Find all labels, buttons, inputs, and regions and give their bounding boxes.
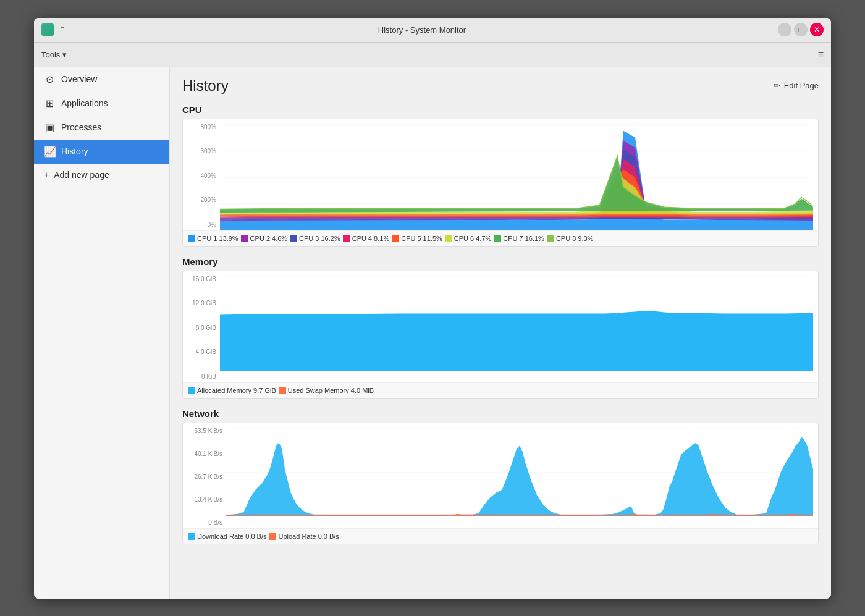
network-chart-area: 53.5 KiB/s 40.1 KiB/s 26.7 KiB/s 13.4 Ki… xyxy=(183,423,818,528)
hamburger-menu-icon[interactable]: ≡ xyxy=(818,49,824,60)
memory-section-title: Memory xyxy=(182,256,819,267)
sidebar-item-label-processes: Processes xyxy=(61,122,101,132)
cpu6-legend: CPU 6 4.7% xyxy=(445,235,491,242)
main-window: ⌃ History - System Monitor — □ ✕ Tools ▾… xyxy=(34,18,831,599)
cpu7-value: 16.1% xyxy=(525,235,544,242)
net-y1: 13.4 KiB/s xyxy=(185,497,222,503)
swap-memory-color xyxy=(279,387,286,394)
allocated-memory-legend: Allocated Memory 9.7 GiB xyxy=(188,387,276,394)
tools-menu[interactable]: Tools ▾ xyxy=(41,50,67,59)
network-chart-container: 53.5 KiB/s 40.1 KiB/s 26.7 KiB/s 13.4 Ki… xyxy=(182,423,819,544)
add-new-page-button[interactable]: + Add new page xyxy=(34,164,169,186)
svg-marker-23 xyxy=(226,437,813,516)
mem-y0: 0 KiB xyxy=(185,374,216,380)
network-legend: Download Rate 0.0 B/s Upload Rate 0.0 B/… xyxy=(183,528,818,544)
titlebar: ⌃ History - System Monitor — □ ✕ xyxy=(34,18,831,43)
cpu3-legend: CPU 3 16.2% xyxy=(290,235,340,242)
svg-marker-10 xyxy=(220,167,813,214)
tools-arrow-icon: ▾ xyxy=(62,50,67,59)
sidebar-item-label-history: History xyxy=(61,146,88,156)
cpu-chart-container: 800% 600% 400% 200% 0% xyxy=(182,119,819,247)
mem-y3: 12.0 GiB xyxy=(185,300,216,306)
memory-chart-area: 16.0 GiB 12.0 GiB 8.0 GiB 4.0 GiB 0 KiB xyxy=(183,271,818,382)
cpu-yaxis: 800% 600% 400% 200% 0% xyxy=(183,119,219,230)
cpu8-label: CPU 8 xyxy=(556,235,576,242)
cpu2-label: CPU 2 xyxy=(250,235,270,242)
sidebar-item-label-applications: Applications xyxy=(61,98,108,108)
cpu-svg xyxy=(220,124,813,230)
content-area: History ✏ Edit Page CPU 800% 600% 400% 2… xyxy=(170,67,831,599)
edit-page-button[interactable]: ✏ Edit Page xyxy=(774,81,819,90)
cpu1-color xyxy=(188,235,195,242)
upload-value: 0.0 B/s xyxy=(318,533,339,540)
cpu6-label: CPU 6 xyxy=(454,235,474,242)
minimize-button[interactable]: — xyxy=(778,23,791,36)
net-y2: 26.7 KiB/s xyxy=(185,474,222,480)
cpu6-value: 4.7% xyxy=(476,235,491,242)
cpu1-legend: CPU 1 13.9% xyxy=(188,235,238,242)
cpu-y3: 600% xyxy=(185,148,216,154)
maximize-button[interactable]: □ xyxy=(794,23,808,36)
window-title: History - System Monitor xyxy=(66,25,778,35)
sidebar-item-processes[interactable]: ▣ Processes xyxy=(34,116,169,140)
cpu-y4: 800% xyxy=(185,124,216,130)
swap-memory-label: Used Swap Memory xyxy=(288,387,349,394)
cpu3-value: 16.2% xyxy=(321,235,340,242)
cpu7-legend: CPU 7 16.1% xyxy=(494,235,544,242)
net-y4: 53.5 KiB/s xyxy=(185,428,222,434)
cpu2-color xyxy=(241,235,248,242)
cpu4-value: 8.1% xyxy=(374,235,389,242)
sidebar-item-applications[interactable]: ⊞ Applications xyxy=(34,91,169,116)
swap-memory-legend: Used Swap Memory 4.0 MiB xyxy=(279,387,374,394)
page-title: History xyxy=(182,77,229,95)
memory-yaxis: 16.0 GiB 12.0 GiB 8.0 GiB 4.0 GiB 0 KiB xyxy=(183,271,219,382)
cpu6-color xyxy=(445,235,452,242)
cpu8-value: 9.3% xyxy=(578,235,593,242)
svg-marker-17 xyxy=(220,310,813,371)
cpu4-label: CPU 4 xyxy=(352,235,372,242)
upload-rate-legend: Upload Rate 0.0 B/s xyxy=(269,533,339,540)
upload-color xyxy=(269,533,276,540)
cpu-chart-area: 800% 600% 400% 200% 0% xyxy=(183,119,818,230)
tools-label: Tools xyxy=(41,50,60,59)
main-layout: ⊙ Overview ⊞ Applications ▣ Processes 📈 … xyxy=(34,67,831,599)
upload-label: Upload Rate xyxy=(278,533,316,540)
cpu-y1: 200% xyxy=(185,197,216,203)
cpu4-color xyxy=(343,235,350,242)
cpu3-color xyxy=(290,235,297,242)
cpu-y0: 0% xyxy=(185,222,216,228)
cpu5-label: CPU 5 xyxy=(401,235,421,242)
network-svg xyxy=(226,428,813,517)
cpu5-value: 11.5% xyxy=(423,235,442,242)
toolbar: Tools ▾ ≡ xyxy=(34,43,831,67)
cpu5-legend: CPU 5 11.5% xyxy=(392,235,442,242)
cpu3-label: CPU 3 xyxy=(299,235,319,242)
cpu7-label: CPU 7 xyxy=(503,235,523,242)
allocated-memory-value: 9.7 GiB xyxy=(253,387,276,394)
close-button[interactable]: ✕ xyxy=(810,23,824,36)
cpu-section-title: CPU xyxy=(182,104,819,115)
window-controls: — □ ✕ xyxy=(778,23,824,36)
sidebar-item-history[interactable]: 📈 History xyxy=(34,140,169,164)
swap-memory-value: 4.0 MiB xyxy=(351,387,374,394)
cpu7-color xyxy=(494,235,501,242)
edit-page-label: Edit Page xyxy=(784,81,819,90)
network-section-title: Network xyxy=(182,408,819,419)
applications-icon: ⊞ xyxy=(44,98,55,109)
allocated-memory-color xyxy=(188,387,195,394)
history-icon: 📈 xyxy=(44,146,55,158)
download-value: 0.0 B/s xyxy=(245,533,266,540)
net-y0: 0 B/s xyxy=(185,520,222,526)
mem-y2: 8.0 GiB xyxy=(185,325,216,331)
sidebar-item-overview[interactable]: ⊙ Overview xyxy=(34,67,169,91)
processes-icon: ▣ xyxy=(44,122,55,133)
mem-y4: 16.0 GiB xyxy=(185,276,216,282)
net-y3: 40.1 KiB/s xyxy=(185,451,222,457)
mem-y1: 4.0 GiB xyxy=(185,349,216,355)
memory-chart-container: 16.0 GiB 12.0 GiB 8.0 GiB 4.0 GiB 0 KiB xyxy=(182,271,819,399)
download-label: Download Rate xyxy=(197,533,243,540)
cpu1-label: CPU 1 xyxy=(197,235,217,242)
up-button[interactable]: ⌃ xyxy=(59,25,66,35)
download-color xyxy=(188,533,195,540)
cpu2-legend: CPU 2 4.6% xyxy=(241,235,287,242)
